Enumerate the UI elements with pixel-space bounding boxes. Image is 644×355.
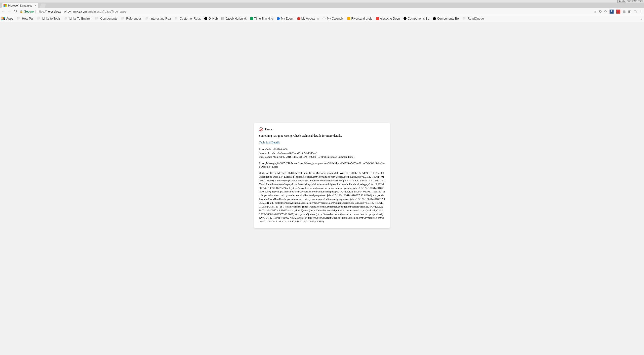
error-inner-message: Error_Message_0x8005f210 Inner Error Mes… [259, 161, 385, 169]
tab-title: Microsoft Dynamics [8, 4, 32, 7]
error-stack-trace: UciError: Error_Message_0x8005f210 Inner… [259, 171, 385, 223]
bookmark-label: How Tos [22, 17, 33, 20]
browser-tab[interactable]: Microsoft Dynamics × [2, 3, 38, 8]
bookmark-elastic[interactable]: elastic.io Docu [376, 17, 400, 20]
toolbar-icons: ☆ ✪ ⟳ Z 1 ▤ ◧ ▢ ⋮ [593, 10, 642, 14]
bookmark-components-bo-2[interactable]: Components Bo [433, 17, 459, 20]
bookmark-label: elastic.io Docu [380, 17, 400, 20]
bookmark-calendly[interactable]: My Calendly [323, 17, 343, 20]
url-field[interactable]: 🔒 Secure | https://eiosales.crm4.dynamic… [20, 10, 591, 13]
secure-label: Secure [24, 10, 34, 13]
separator: | [35, 10, 36, 13]
bookmark-folder-links-env[interactable]: Links To Environ [64, 17, 92, 20]
bookmark-timetracking[interactable]: Time Tracking [250, 17, 273, 20]
bookmark-label: My Zoom [281, 17, 294, 20]
url-path: /main.aspx?pageType=apps [88, 10, 126, 13]
chrome-menu-button[interactable]: ⋮ [639, 10, 642, 13]
bookmark-overflow-button[interactable]: » [640, 17, 642, 21]
window-minimize-button[interactable]: — [627, 0, 631, 2]
bookmark-label: Interesting Rea [150, 17, 171, 20]
bookmark-folder-links-tools[interactable]: Links to Tools [37, 17, 61, 20]
error-details: Error Code: -2147094000 Session Id: a8cc… [259, 147, 385, 159]
window-close-button[interactable]: ✕ [638, 0, 642, 2]
bookmark-label: GitHub [209, 17, 218, 20]
bookmark-github[interactable]: GitHub [204, 17, 218, 20]
extension-z-icon[interactable]: Z [610, 10, 614, 14]
extension-icon[interactable]: ⟳ [604, 10, 607, 13]
bookmark-folder-howtos[interactable]: How Tos [17, 17, 33, 20]
technical-details-link[interactable]: Technical Details [259, 141, 385, 144]
bookmark-components-bo-1[interactable]: Components Bo [404, 17, 429, 20]
bookmark-riversand[interactable]: Riversand proje [347, 17, 372, 20]
extension-icon[interactable]: ▢ [634, 10, 637, 13]
ms-favicon [4, 4, 7, 7]
bookmark-star-icon[interactable]: ☆ [593, 10, 596, 13]
bookmark-label: Components [100, 17, 117, 20]
calendly-icon [323, 17, 326, 20]
error-timestamp: Timestamp: Mon Jul 02 2018 14:32:34 GMT+… [259, 155, 385, 159]
bookmark-label: References [126, 17, 142, 20]
elastic-icon [376, 17, 379, 20]
error-dialog: Error Something has gone wrong. Check te… [254, 123, 390, 228]
error-icon [259, 127, 263, 131]
bookmark-label: Riversand proje [351, 17, 372, 20]
window-titlebar: Jacob — ❐ ✕ [0, 0, 644, 3]
zoom-icon [277, 17, 280, 20]
bookmark-folder-interesting[interactable]: Interesting Rea [145, 17, 171, 20]
sheets-icon [250, 17, 253, 20]
tab-close-button[interactable]: × [35, 4, 36, 7]
forward-button: → [8, 10, 11, 14]
extension-icon[interactable]: ▤ [623, 10, 626, 13]
back-button[interactable]: ← [2, 10, 5, 14]
bookmark-label: Links to Tools [42, 17, 61, 20]
reload-button[interactable] [14, 9, 17, 14]
bookmark-folder-customer[interactable]: Customer Relat [174, 17, 200, 20]
extension-icon[interactable]: ◧ [628, 10, 631, 13]
bookmark-label: Components Bo [408, 17, 429, 20]
address-bar: ← → 🔒 Secure | https://eiosales.crm4.dyn… [0, 8, 644, 15]
error-code: Error Code: -2147094000 [259, 147, 385, 151]
error-title: Error [265, 127, 272, 131]
bookmark-label: Jacob Horbulyk [226, 17, 247, 20]
bookmark-label: My Calendly [327, 17, 343, 20]
lock-icon: 🔒 [20, 10, 23, 13]
bookmark-jacob[interactable]: Jacob Horbulyk [221, 17, 247, 20]
apps-button[interactable]: Apps [2, 17, 13, 20]
extension-1-icon[interactable]: 1 [616, 10, 620, 14]
doc-icon [347, 17, 350, 20]
bookmark-label: My Appear In [301, 17, 319, 20]
tab-strip: Microsoft Dynamics × [0, 3, 644, 8]
url-host: eiosales.crm4.dynamics.com [48, 10, 87, 13]
apps-grid-icon [2, 17, 5, 20]
bookmark-myzoom[interactable]: My Zoom [277, 17, 294, 20]
bookmark-label: Customer Relat [180, 17, 200, 20]
bookmark-bar: Apps How Tos Links to Tools Links To Env… [0, 15, 644, 22]
window-maximize-button[interactable]: ❐ [632, 0, 637, 2]
extension-icon[interactable]: ✪ [599, 10, 602, 13]
page-content: Error Something has gone wrong. Check te… [0, 22, 644, 355]
error-header: Error [259, 127, 385, 131]
bookmark-folder-readqueue[interactable]: ReadQueue [462, 17, 484, 20]
bookmark-folder-components[interactable]: Components [95, 17, 117, 20]
li-icon [221, 17, 224, 20]
appear-icon [297, 17, 300, 20]
bookmark-label: Links To Environ [69, 17, 92, 20]
bookmark-folder-references[interactable]: References [121, 17, 142, 20]
error-message: Something has gone wrong. Check technica… [259, 134, 385, 138]
bookmark-label: Apps [6, 17, 13, 20]
bookmark-label: Components Bo [437, 17, 459, 20]
error-session: Session Id: a8cce2a0-acee-4028-aa79-5b51… [259, 151, 385, 155]
window-user: Jacob [617, 0, 626, 3]
bookmark-label: Time Tracking [254, 17, 273, 20]
url-scheme: https:// [37, 10, 47, 13]
bookmark-label: ReadQueue [468, 17, 484, 20]
new-tab-button[interactable] [40, 4, 46, 8]
bookmark-appearin[interactable]: My Appear In [297, 17, 319, 20]
